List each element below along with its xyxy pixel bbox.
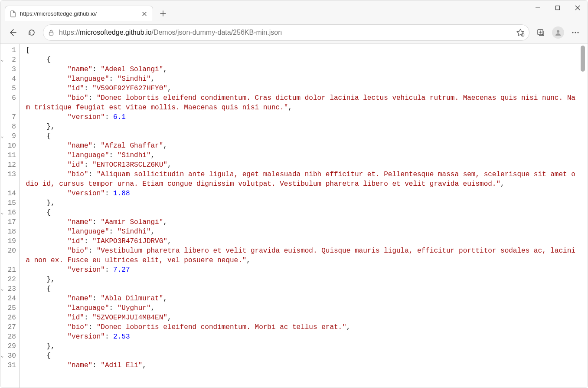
- line-number: 12: [4, 160, 16, 170]
- back-button[interactable]: [5, 25, 20, 40]
- code-line: "language": "Sindhi",: [26, 151, 577, 160]
- tab-strip: https://microsoftedge.github.io/: [0, 0, 588, 21]
- line-number: 27: [4, 322, 16, 332]
- fold-spacer: [0, 84, 4, 93]
- settings-menu-button[interactable]: [568, 25, 583, 40]
- fold-spacer: [0, 151, 4, 160]
- code-line: "id": "V59OF92YF627HFY0",: [26, 84, 577, 93]
- address-bar[interactable]: https://microsoftedge.github.io/Demos/js…: [43, 24, 529, 41]
- tab-title: https://microsoftedge.github.io/: [20, 10, 137, 17]
- code-line: "version": 6.1: [26, 112, 577, 122]
- close-tab-button[interactable]: [140, 10, 148, 18]
- fold-spacer: [0, 227, 4, 237]
- line-number: 1: [4, 46, 16, 55]
- fold-spacer: [0, 361, 4, 370]
- new-tab-button[interactable]: [157, 7, 170, 20]
- line-number: 11: [4, 151, 16, 160]
- line-number: 20: [4, 246, 16, 265]
- svg-point-6: [575, 32, 576, 33]
- code-line: "version": 1.88: [26, 189, 577, 198]
- line-number: 23: [4, 284, 16, 294]
- code-area[interactable]: [ { "name": "Adeel Solangi", "language":…: [26, 44, 588, 388]
- code-line: "id": "IAKPO3R4761JDRVG",: [26, 237, 577, 246]
- scrollbar-thumb[interactable]: [581, 46, 585, 72]
- url-host: microsoftedge.github.io: [80, 29, 151, 36]
- browser-window: https://microsoftedge.github.io/: [0, 0, 588, 388]
- code-line: "name": "Afzal Ghaffar",: [26, 141, 577, 151]
- line-number: 7: [4, 112, 16, 122]
- close-window-button[interactable]: [568, 0, 588, 15]
- refresh-button[interactable]: [24, 25, 39, 40]
- code-line: },: [26, 342, 577, 351]
- fold-spacer: [0, 122, 4, 132]
- line-number: 24: [4, 294, 16, 303]
- line-number: 17: [4, 217, 16, 227]
- browser-tab[interactable]: https://microsoftedge.github.io/: [5, 6, 153, 21]
- line-number: 8: [4, 122, 16, 132]
- line-number: 3: [4, 65, 16, 74]
- fold-spacer: [0, 275, 4, 284]
- profile-button[interactable]: [550, 25, 566, 40]
- line-number: 2: [4, 55, 16, 65]
- line-number: 29: [4, 342, 16, 351]
- svg-rect-0: [556, 6, 560, 10]
- fold-spacer: [0, 265, 4, 275]
- code-line: {: [26, 132, 577, 141]
- code-line: {: [26, 284, 577, 294]
- svg-rect-1: [49, 32, 53, 35]
- fold-spacer: [0, 313, 4, 322]
- fold-spacer: [0, 74, 4, 84]
- code-line: "language": "Sindhi",: [26, 227, 577, 237]
- fold-spacer: [0, 237, 4, 246]
- svg-point-4: [557, 30, 559, 33]
- page-icon: [10, 10, 16, 17]
- line-number: 10: [4, 141, 16, 151]
- line-number-gutter: 1234567891011121314151617181920212223242…: [4, 44, 20, 388]
- line-number: 25: [4, 303, 16, 313]
- line-number: 14: [4, 189, 16, 198]
- maximize-button[interactable]: [548, 0, 568, 15]
- fold-toggle[interactable]: ⌄: [0, 284, 4, 294]
- code-line: "bio": "Aliquam sollicitudin ante ligula…: [26, 170, 577, 189]
- fold-spacer: [0, 294, 4, 303]
- line-number: 16: [4, 208, 16, 217]
- code-line: "name": "Aamir Solangi",: [26, 217, 577, 227]
- code-line: "language": "Uyghur",: [26, 303, 577, 313]
- line-number: 31: [4, 361, 16, 370]
- line-number: 18: [4, 227, 16, 237]
- line-number: 15: [4, 198, 16, 208]
- line-number: 26: [4, 313, 16, 322]
- code-line: "bio": "Donec lobortis eleifend condimen…: [26, 93, 577, 112]
- toolbar: https://microsoftedge.github.io/Demos/js…: [0, 21, 588, 44]
- code-line: "name": "Abla Dilmurat",: [26, 294, 577, 303]
- svg-point-5: [572, 32, 573, 33]
- avatar: [552, 26, 564, 39]
- fold-toggle[interactable]: ⌄: [0, 55, 4, 65]
- fold-spacer: [0, 112, 4, 122]
- fold-spacer: [0, 198, 4, 208]
- line-number: 13: [4, 170, 16, 189]
- line-number: 9: [4, 132, 16, 141]
- code-line: "version": 2.53: [26, 332, 577, 342]
- fold-spacer: [0, 342, 4, 351]
- lock-icon: [48, 29, 55, 36]
- line-number: 30: [4, 351, 16, 361]
- fold-spacer: [0, 189, 4, 198]
- fold-toggle[interactable]: ⌄: [0, 208, 4, 217]
- favorite-button[interactable]: [516, 28, 525, 37]
- vertical-scrollbar[interactable]: [580, 46, 586, 386]
- minimize-button[interactable]: [528, 0, 548, 15]
- fold-gutter[interactable]: ⌄⌄⌄⌄⌄: [0, 44, 4, 388]
- code-line: {: [26, 55, 577, 65]
- url-text: https://microsoftedge.github.io/Demos/js…: [59, 29, 512, 36]
- fold-spacer: [0, 93, 4, 112]
- fold-toggle[interactable]: ⌄: [0, 132, 4, 141]
- code-line: },: [26, 122, 577, 132]
- page-content: ⌄⌄⌄⌄⌄ 1234567891011121314151617181920212…: [0, 44, 588, 388]
- code-line: "name": "Adeel Solangi",: [26, 65, 577, 74]
- gutter-border: [20, 44, 20, 388]
- fold-spacer: [0, 246, 4, 265]
- collections-button[interactable]: [533, 25, 549, 40]
- svg-point-7: [577, 32, 578, 33]
- fold-toggle[interactable]: ⌄: [0, 351, 4, 361]
